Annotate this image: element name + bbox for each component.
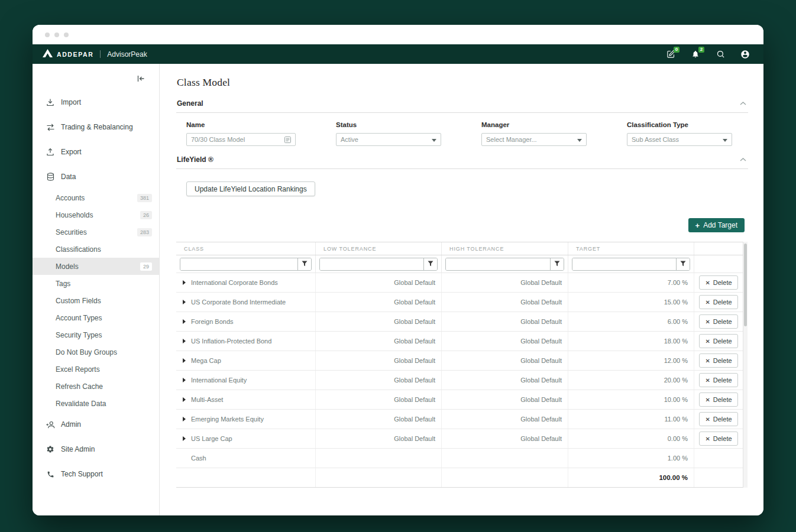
sidebar-item-do-not-buy-groups[interactable]: Do Not Buy Groups — [33, 343, 159, 361]
expand-row-icon[interactable] — [183, 436, 186, 441]
add-target-button[interactable]: + Add Target — [688, 218, 745, 232]
sidebar-item-models[interactable]: Models29 — [33, 258, 159, 275]
delete-row-button[interactable]: ✕Delete — [699, 412, 737, 426]
sidebar-item-admin[interactable]: Admin — [33, 412, 159, 437]
high-tolerance-filter-input[interactable] — [446, 258, 550, 270]
column-header-high-tolerance[interactable]: High Tolerance — [441, 242, 568, 255]
expand-row-icon[interactable] — [183, 378, 186, 382]
delete-label: Delete — [713, 396, 732, 403]
update-lifeyield-button[interactable]: Update LifeYield Location Rankings — [186, 181, 315, 196]
column-header-low-tolerance[interactable]: Low Tolerance — [315, 242, 441, 255]
class-filter-input[interactable] — [180, 258, 297, 270]
notifications-bell-icon[interactable]: 2 — [690, 49, 701, 60]
class-cell: International Equity — [176, 371, 315, 390]
caret-down-icon — [577, 136, 582, 143]
sidebar-nav: ImportTrading & RebalancingExportDataAcc… — [33, 90, 159, 486]
sidebar-item-security-types[interactable]: Security Types — [33, 326, 159, 343]
brand-area[interactable]: ADDEPAR AdvisorPeak — [43, 49, 147, 60]
name-input-text[interactable] — [191, 136, 281, 143]
window-control-close[interactable] — [45, 33, 50, 37]
class-filter-funnel-button[interactable] — [297, 258, 311, 270]
delete-row-button[interactable]: ✕Delete — [699, 295, 737, 309]
name-input[interactable] — [186, 133, 296, 146]
column-header-target[interactable]: Target — [568, 242, 694, 255]
delete-row-button[interactable]: ✕Delete — [699, 314, 737, 329]
chevron-up-icon[interactable] — [740, 102, 746, 105]
low-tolerance-cell: Global Default — [315, 293, 441, 312]
expand-row-icon[interactable] — [183, 319, 186, 324]
sidebar-item-classifications[interactable]: Classifications — [33, 241, 159, 258]
expand-row-icon[interactable] — [183, 397, 186, 402]
sidebar-item-tech-support[interactable]: Tech Support — [33, 462, 159, 486]
high-tolerance-filter-funnel-button[interactable] — [550, 258, 564, 270]
sidebar-item-custom-fields[interactable]: Custom Fields — [33, 292, 159, 309]
general-section-label: General — [177, 99, 203, 108]
chevron-up-icon[interactable] — [740, 158, 746, 161]
delete-row-button[interactable]: ✕Delete — [699, 353, 737, 368]
target-filter-funnel-button[interactable] — [676, 258, 690, 270]
delete-label: Delete — [713, 435, 732, 442]
sidebar-item-accounts[interactable]: Accounts381 — [33, 189, 159, 206]
expand-row-icon[interactable] — [183, 358, 186, 363]
sidebar-item-households[interactable]: Households26 — [33, 206, 159, 223]
sidebar-item-excel-reports[interactable]: Excel Reports — [33, 361, 159, 378]
status-select[interactable]: Active — [336, 133, 441, 146]
sidebar-item-label: Trading & Rebalancing — [61, 123, 133, 131]
table-row: US Corporate Bond IntermediateGlobal Def… — [176, 293, 743, 312]
high-tolerance-cell: Global Default — [441, 351, 568, 370]
expand-row-icon[interactable] — [183, 280, 186, 285]
row-actions-cell: ✕Delete — [694, 390, 743, 409]
delete-row-button[interactable]: ✕Delete — [699, 334, 737, 348]
table-vertical-scrollbar[interactable] — [743, 242, 748, 488]
site-admin-icon — [46, 445, 55, 453]
class-name: Mega Cap — [191, 357, 221, 364]
general-form: Name Status Active Ma — [176, 121, 748, 146]
scrollbar-thumb[interactable] — [744, 244, 747, 326]
window-control-zoom[interactable] — [64, 33, 69, 37]
low-tolerance-filter-input[interactable] — [320, 258, 423, 270]
sidebar-item-trading-rebalancing[interactable]: Trading & Rebalancing — [33, 115, 159, 140]
compose-icon[interactable]: 0 — [665, 49, 676, 60]
expand-row-icon[interactable] — [183, 300, 186, 304]
sidebar-item-refresh-cache[interactable]: Refresh Cache — [33, 378, 159, 395]
low-tolerance-cell: Global Default — [315, 351, 441, 370]
delete-row-button[interactable]: ✕Delete — [699, 432, 737, 446]
table-row: Multi-AssetGlobal DefaultGlobal Default1… — [176, 390, 743, 410]
expand-row-icon[interactable] — [183, 417, 186, 421]
add-target-row: + Add Target — [176, 218, 745, 232]
search-icon[interactable] — [715, 49, 726, 60]
sidebar-collapse-button[interactable] — [33, 71, 159, 87]
delete-row-button[interactable]: ✕Delete — [699, 392, 737, 407]
low-tolerance-filter-funnel-button[interactable] — [423, 258, 437, 270]
table-row: Mega CapGlobal DefaultGlobal Default12.0… — [176, 351, 743, 371]
target-filter-input[interactable] — [572, 258, 676, 270]
classification-type-label: Classification Type — [627, 121, 732, 128]
sidebar-item-tags[interactable]: Tags — [33, 275, 159, 292]
delete-label: Delete — [713, 299, 732, 306]
product-name: AdvisorPeak — [107, 50, 147, 59]
target-cell: 12.00 % — [568, 351, 694, 370]
window-control-minimize[interactable] — [54, 33, 59, 37]
row-actions-cell: ✕Delete — [694, 332, 743, 351]
manager-field: Manager Select Manager... — [481, 121, 587, 146]
import-icon — [46, 98, 55, 106]
delete-row-button[interactable]: ✕Delete — [699, 373, 737, 387]
sidebar-item-revalidate-data[interactable]: Revalidate Data — [33, 395, 159, 412]
sidebar-item-import[interactable]: Import — [33, 90, 159, 115]
x-icon: ✕ — [705, 358, 710, 364]
sidebar-item-securities[interactable]: Securities283 — [33, 223, 159, 241]
account-icon[interactable] — [740, 49, 750, 60]
sidebar-item-site-admin[interactable]: Site Admin — [33, 437, 159, 462]
delete-row-button[interactable]: ✕Delete — [699, 275, 737, 290]
manager-select[interactable]: Select Manager... — [481, 133, 587, 146]
classification-type-select[interactable]: Sub Asset Class — [627, 133, 732, 146]
x-icon: ✕ — [705, 299, 710, 306]
low-tolerance-cell: Global Default — [315, 371, 441, 390]
column-header-class[interactable]: Class — [176, 242, 315, 255]
sidebar-item-export[interactable]: Export — [33, 140, 159, 164]
expand-row-icon[interactable] — [183, 339, 186, 343]
sidebar-item-account-types[interactable]: Account Types — [33, 309, 159, 326]
sidebar-item-label: Models — [56, 262, 79, 271]
target-cell: 15.00 % — [568, 293, 694, 312]
sidebar-item-data[interactable]: Data — [33, 164, 159, 189]
